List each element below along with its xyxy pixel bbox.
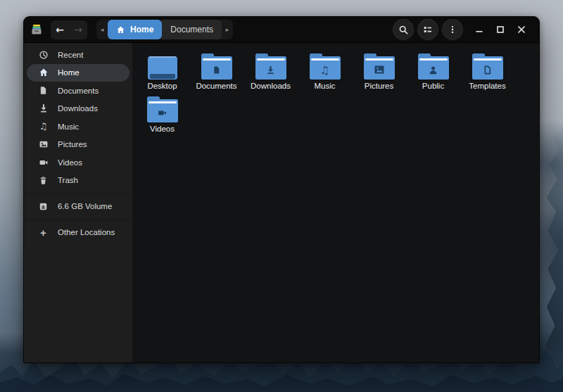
window-body: Recent Home Documents Downloads [24,43,539,363]
sidebar-item-volume[interactable]: 6.6 GB Volume [27,197,129,215]
window-controls [472,22,529,37]
home-icon [38,68,49,78]
sidebar-item-pictures[interactable]: Pictures [27,136,129,154]
view-toggle-button[interactable] [417,19,438,40]
folder-pictures-icon [364,56,395,80]
folder-public-icon [418,56,449,80]
file-label: Pictures [365,82,394,90]
search-icon [398,25,409,35]
sidebar-label: Music [58,122,79,131]
folder-downloads-icon [255,56,286,80]
file-grid: Desktop Documents [135,47,517,133]
sidebar-item-music[interactable]: ♫ Music [27,118,129,136]
music-note-emblem: ♫ [320,64,329,77]
sidebar-label: 6.6 GB Volume [58,202,112,210]
sidebar-separator [24,219,132,220]
sidebar-label: Trash [58,176,78,184]
clock-icon [38,49,49,60]
folder-videos-icon [147,99,178,122]
sidebar-separator [24,193,132,194]
file-item-music[interactable]: ♫ Music [298,47,352,90]
document-icon [38,85,49,96]
files-app-icon [30,23,44,37]
close-icon [517,25,526,34]
sidebar-item-recent[interactable]: Recent [27,46,129,64]
close-button[interactable] [514,22,529,37]
wallpaper-side-trees [540,127,563,364]
headerbar: ← → ◂ Home Documents ▸ [24,17,539,43]
sidebar-item-videos[interactable]: Videos [27,153,129,172]
file-label: Desktop [147,82,177,90]
music-note-icon: ♫ [38,121,49,132]
list-view-icon [423,25,433,34]
files-pane: Desktop Documents [132,43,539,363]
path-scroll-left-icon[interactable]: ◂ [96,26,108,33]
minimize-button[interactable] [472,22,487,37]
sidebar-label: Other Locations [58,228,115,236]
breadcrumb-documents[interactable]: Documents [162,20,222,39]
sidebar-item-documents[interactable]: Documents [27,82,129,100]
image-icon [38,139,49,150]
file-label: Videos [150,125,175,133]
video-camera-icon [38,157,49,167]
folder-documents-icon [201,56,232,80]
file-label: Documents [196,82,236,90]
history-nav: ← → [51,20,87,39]
path-scroll-right-icon[interactable]: ▸ [222,26,233,33]
trash-icon [38,175,49,186]
maximize-button[interactable] [493,22,508,37]
file-label: Templates [469,82,505,90]
sidebar-item-trash[interactable]: Trash [27,172,129,190]
file-item-documents[interactable]: Documents [189,47,243,90]
sidebar-label: Home [58,68,80,77]
minimize-icon [475,25,483,34]
file-item-desktop[interactable]: Desktop [135,47,189,90]
file-item-downloads[interactable]: Downloads [243,47,298,90]
download-icon [38,103,49,114]
maximize-icon [496,25,505,34]
desktop-icon [148,56,177,80]
file-item-videos[interactable]: Videos [135,90,189,133]
menu-ellipsis-icon [448,25,457,34]
file-label: Public [422,82,444,90]
folder-templates-icon [472,56,503,80]
sidebar-item-downloads[interactable]: Downloads [27,100,129,118]
file-item-pictures[interactable]: Pictures [352,47,406,90]
drive-icon [38,201,49,212]
files-window: ← → ◂ Home Documents ▸ [23,16,540,363]
breadcrumb-label: Documents [170,25,213,34]
breadcrumb-home[interactable]: Home [108,20,162,39]
path-bar: ◂ Home Documents ▸ [96,20,233,39]
breadcrumb-label: Home [130,25,153,34]
file-item-public[interactable]: Public [406,47,460,90]
sidebar: Recent Home Documents Downloads [24,43,132,363]
sidebar-label: Downloads [58,104,98,113]
sidebar-label: Documents [58,87,99,95]
file-label: Music [314,82,335,90]
sidebar-label: Pictures [58,140,87,148]
file-item-templates[interactable]: Templates [460,47,514,90]
folder-music-icon: ♫ [310,56,341,80]
back-button[interactable]: ← [56,25,64,34]
plus-icon: + [38,227,49,238]
sidebar-item-other-locations[interactable]: + Other Locations [27,223,129,241]
file-label: Downloads [251,82,291,90]
sidebar-label: Videos [58,158,82,167]
menu-button[interactable] [442,19,463,40]
home-icon [116,25,125,34]
sidebar-item-home[interactable]: Home [27,64,129,82]
sidebar-label: Recent [58,51,83,59]
search-button[interactable] [393,19,414,40]
forward-button[interactable]: → [74,25,82,34]
